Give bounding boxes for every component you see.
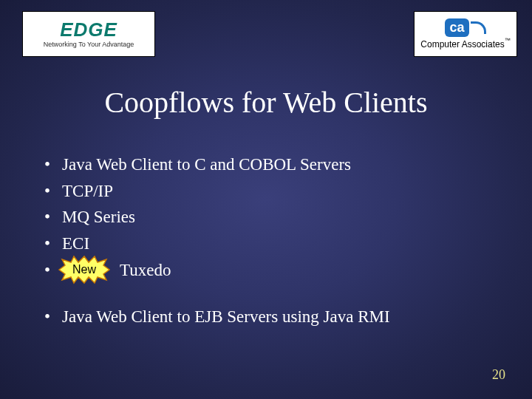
edge-logo-text: EDGE <box>60 20 117 39</box>
edge-logo-tagline: Networking To Your Advantage <box>44 41 134 48</box>
ca-logo-mark: ca <box>445 18 485 37</box>
bullet-text: Tuxedo <box>120 257 171 284</box>
edge-logo: EDGE Networking To Your Advantage <box>22 11 155 57</box>
bullet-text: ECI <box>62 231 89 257</box>
list-item: • Java Web Client to C and COBOL Servers <box>44 151 488 178</box>
bullet-icon: • <box>44 304 62 330</box>
ca-logo-mark-text: ca <box>445 18 468 37</box>
list-item: • Java Web Client to EJB Servers using J… <box>44 304 488 330</box>
bullet-text: TCP/IP <box>62 178 113 205</box>
ca-logo: ca Computer Associates™ <box>414 11 517 57</box>
bullet-text: Java Web Client to C and COBOL Servers <box>62 151 351 178</box>
bullet-text: Java Web Client to EJB Servers using Jav… <box>62 304 390 330</box>
ca-logo-text: Computer Associates™ <box>420 37 510 50</box>
slide-title: Coopflows for Web Clients <box>0 85 532 120</box>
bullet-icon: • <box>44 151 62 178</box>
ca-logo-swoosh-icon <box>471 21 486 34</box>
list-item: • TCP/IP <box>44 178 488 205</box>
list-item: • MQ Series <box>44 204 488 231</box>
spacer <box>44 283 488 304</box>
bullet-icon: • <box>44 204 62 231</box>
list-item: • New Tuxedo <box>44 257 488 284</box>
list-item: • ECI <box>44 231 488 257</box>
page-number: 20 <box>492 367 505 383</box>
new-badge-label: New <box>72 261 96 279</box>
bullet-icon: • <box>44 231 62 257</box>
new-badge: New <box>62 260 106 279</box>
bullet-text: MQ Series <box>62 204 135 231</box>
slide: EDGE Networking To Your Advantage ca Com… <box>0 0 532 399</box>
bullet-icon: • <box>44 178 62 205</box>
bullet-list: • Java Web Client to C and COBOL Servers… <box>44 151 488 330</box>
